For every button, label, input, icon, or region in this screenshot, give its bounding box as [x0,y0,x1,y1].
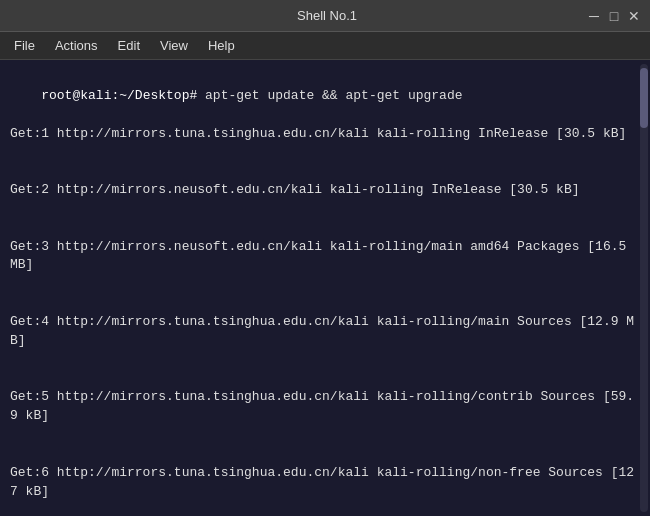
menubar: File Actions Edit View Help [0,32,650,60]
window-title: Shell No.1 [68,8,586,23]
menu-actions[interactable]: Actions [47,36,106,55]
scrollbar-thumb[interactable] [640,68,648,128]
close-button[interactable]: ✕ [626,8,642,24]
window-controls: ─ □ ✕ [586,8,642,24]
terminal-line-5: Get:5 http://mirrors.tuna.tsinghua.edu.c… [10,388,640,426]
terminal-line-2: Get:2 http://mirrors.neusoft.edu.cn/kali… [10,181,640,200]
prompt-text: root@kali:~/Desktop# [41,88,197,103]
menu-view[interactable]: View [152,36,196,55]
terminal-line-6: Get:6 http://mirrors.tuna.tsinghua.edu.c… [10,464,640,502]
terminal-line-3: Get:3 http://mirrors.neusoft.edu.cn/kali… [10,238,640,276]
terminal-area: root@kali:~/Desktop# apt-get update && a… [0,60,650,516]
terminal-line-4: Get:4 http://mirrors.tuna.tsinghua.edu.c… [10,313,640,351]
command-text: apt-get update && apt-get upgrade [197,88,462,103]
maximize-button[interactable]: □ [606,8,622,24]
menu-edit[interactable]: Edit [110,36,148,55]
menu-file[interactable]: File [6,36,43,55]
terminal-output: root@kali:~/Desktop# apt-get update && a… [10,68,640,516]
scrollbar[interactable] [640,64,648,512]
menu-help[interactable]: Help [200,36,243,55]
titlebar: Shell No.1 ─ □ ✕ [0,0,650,32]
terminal-line-1: Get:1 http://mirrors.tuna.tsinghua.edu.c… [10,125,640,144]
minimize-button[interactable]: ─ [586,8,602,24]
